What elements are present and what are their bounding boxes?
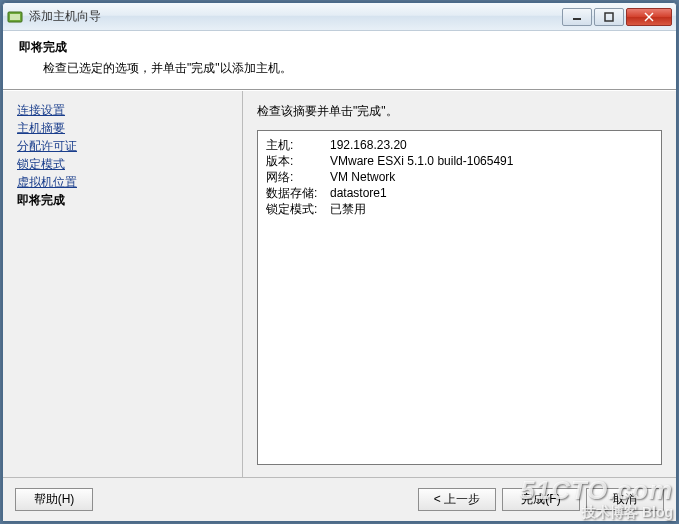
summary-label: 版本: (266, 153, 330, 169)
step-connection-settings[interactable]: 连接设置 (17, 101, 242, 119)
step-lockdown-mode[interactable]: 锁定模式 (17, 155, 242, 173)
summary-value: datastore1 (330, 185, 387, 201)
help-button[interactable]: 帮助(H) (15, 488, 93, 511)
window-controls (562, 8, 672, 26)
summary-label: 主机: (266, 137, 330, 153)
summary-value: VMware ESXi 5.1.0 build-1065491 (330, 153, 513, 169)
summary-row-host: 主机: 192.168.23.20 (266, 137, 653, 153)
summary-value: VM Network (330, 169, 395, 185)
summary-row-network: 网络: VM Network (266, 169, 653, 185)
summary-row-version: 版本: VMware ESXi 5.1.0 build-1065491 (266, 153, 653, 169)
step-vm-location[interactable]: 虚拟机位置 (17, 173, 242, 191)
minimize-button[interactable] (562, 8, 592, 26)
titlebar[interactable]: 添加主机向导 (3, 3, 676, 31)
header-pane: 即将完成 检查已选定的选项，并单击"完成"以添加主机。 (3, 31, 676, 90)
instruction-text: 检查该摘要并单击"完成"。 (257, 103, 662, 120)
summary-label: 网络: (266, 169, 330, 185)
window-title: 添加主机向导 (29, 8, 562, 25)
page-title: 即将完成 (19, 39, 660, 56)
step-host-summary[interactable]: 主机摘要 (17, 119, 242, 137)
wizard-steps-sidebar: 连接设置 主机摘要 分配许可证 锁定模式 虚拟机位置 即将完成 (3, 91, 243, 477)
back-button[interactable]: < 上一步 (418, 488, 496, 511)
svg-rect-1 (10, 14, 20, 20)
wizard-footer: 帮助(H) < 上一步 完成(F) 取消 (3, 477, 676, 521)
summary-value: 已禁用 (330, 201, 366, 217)
wizard-window: 添加主机向导 即将完成 检查已选定的选项，并单击"完成"以添加主机。 连接设置 … (2, 2, 677, 522)
step-ready-to-complete: 即将完成 (17, 191, 242, 209)
summary-row-lockdown: 锁定模式: 已禁用 (266, 201, 653, 217)
cancel-button[interactable]: 取消 (586, 488, 664, 511)
close-button[interactable] (626, 8, 672, 26)
summary-value: 192.168.23.20 (330, 137, 407, 153)
wizard-body: 连接设置 主机摘要 分配许可证 锁定模式 虚拟机位置 即将完成 检查该摘要并单击… (3, 90, 676, 477)
main-content: 检查该摘要并单击"完成"。 主机: 192.168.23.20 版本: VMwa… (243, 91, 676, 477)
svg-rect-3 (605, 13, 613, 21)
maximize-button[interactable] (594, 8, 624, 26)
summary-label: 锁定模式: (266, 201, 330, 217)
step-assign-license[interactable]: 分配许可证 (17, 137, 242, 155)
summary-row-datastore: 数据存储: datastore1 (266, 185, 653, 201)
summary-label: 数据存储: (266, 185, 330, 201)
app-icon (7, 9, 23, 25)
finish-button[interactable]: 完成(F) (502, 488, 580, 511)
summary-box: 主机: 192.168.23.20 版本: VMware ESXi 5.1.0 … (257, 130, 662, 465)
page-subtitle: 检查已选定的选项，并单击"完成"以添加主机。 (43, 60, 660, 77)
